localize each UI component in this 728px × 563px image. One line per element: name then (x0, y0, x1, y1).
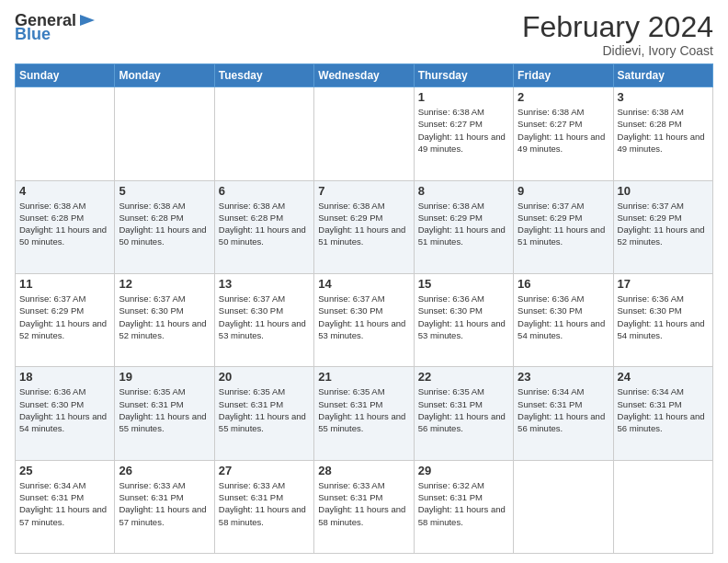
day-number: 19 (119, 370, 210, 384)
day-info: Sunrise: 6:33 AM Sunset: 6:31 PM Dayligh… (318, 479, 409, 528)
day-number: 23 (518, 370, 609, 384)
day-number: 9 (518, 184, 609, 198)
weekday-header-thursday: Thursday (414, 64, 513, 87)
calendar-cell: 13Sunrise: 6:37 AM Sunset: 6:30 PM Dayli… (214, 273, 313, 366)
day-number: 4 (19, 184, 110, 198)
weekday-header-friday: Friday (514, 64, 613, 87)
calendar-cell: 27Sunrise: 6:33 AM Sunset: 6:31 PM Dayli… (214, 460, 313, 553)
calendar-subtitle: Didievi, Ivory Coast (522, 43, 713, 58)
day-info: Sunrise: 6:37 AM Sunset: 6:29 PM Dayligh… (518, 200, 609, 248)
calendar-cell: 5Sunrise: 6:38 AM Sunset: 6:28 PM Daylig… (115, 180, 214, 273)
day-number: 11 (19, 277, 110, 291)
day-info: Sunrise: 6:37 AM Sunset: 6:30 PM Dayligh… (119, 293, 210, 341)
day-number: 1 (418, 90, 509, 104)
day-info: Sunrise: 6:36 AM Sunset: 6:30 PM Dayligh… (418, 293, 509, 341)
day-number: 18 (19, 370, 110, 384)
logo-blue: Blue (15, 26, 51, 42)
day-info: Sunrise: 6:36 AM Sunset: 6:30 PM Dayligh… (518, 293, 609, 341)
day-number: 21 (318, 370, 409, 384)
calendar-cell: 11Sunrise: 6:37 AM Sunset: 6:29 PM Dayli… (16, 273, 115, 366)
calendar-cell: 1Sunrise: 6:38 AM Sunset: 6:27 PM Daylig… (414, 87, 513, 180)
day-info: Sunrise: 6:35 AM Sunset: 6:31 PM Dayligh… (318, 385, 409, 434)
logo-icon (78, 11, 97, 29)
day-number: 5 (119, 184, 210, 198)
day-info: Sunrise: 6:34 AM Sunset: 6:31 PM Dayligh… (19, 479, 110, 528)
calendar-cell (314, 87, 414, 180)
calendar-cell: 21Sunrise: 6:35 AM Sunset: 6:31 PM Dayli… (314, 367, 414, 460)
calendar-cell (115, 87, 214, 180)
day-info: Sunrise: 6:38 AM Sunset: 6:27 PM Dayligh… (418, 106, 509, 155)
day-info: Sunrise: 6:35 AM Sunset: 6:31 PM Dayligh… (418, 385, 509, 434)
week-row-1: 1Sunrise: 6:38 AM Sunset: 6:27 PM Daylig… (16, 87, 713, 180)
calendar-cell: 24Sunrise: 6:34 AM Sunset: 6:31 PM Dayli… (613, 367, 712, 460)
day-number: 12 (119, 277, 210, 291)
calendar-cell: 6Sunrise: 6:38 AM Sunset: 6:28 PM Daylig… (214, 180, 313, 273)
day-info: Sunrise: 6:33 AM Sunset: 6:31 PM Dayligh… (119, 479, 210, 528)
title-section: February 2024 Didievi, Ivory Coast (522, 11, 713, 58)
day-number: 17 (618, 277, 709, 291)
day-number: 2 (518, 90, 609, 104)
calendar-cell: 15Sunrise: 6:36 AM Sunset: 6:30 PM Dayli… (414, 273, 513, 366)
day-number: 6 (219, 184, 310, 198)
day-number: 13 (219, 277, 310, 291)
day-info: Sunrise: 6:38 AM Sunset: 6:28 PM Dayligh… (219, 200, 310, 248)
day-info: Sunrise: 6:37 AM Sunset: 6:30 PM Dayligh… (318, 293, 409, 341)
day-number: 8 (418, 184, 509, 198)
week-row-2: 4Sunrise: 6:38 AM Sunset: 6:28 PM Daylig… (16, 180, 713, 273)
calendar-cell: 9Sunrise: 6:37 AM Sunset: 6:29 PM Daylig… (514, 180, 613, 273)
calendar-cell: 3Sunrise: 6:38 AM Sunset: 6:28 PM Daylig… (613, 87, 712, 180)
day-number: 10 (618, 184, 709, 198)
calendar-cell: 17Sunrise: 6:36 AM Sunset: 6:30 PM Dayli… (613, 273, 712, 366)
day-number: 20 (219, 370, 310, 384)
day-info: Sunrise: 6:37 AM Sunset: 6:29 PM Dayligh… (618, 200, 709, 248)
weekday-header-tuesday: Tuesday (214, 64, 313, 87)
calendar-cell: 18Sunrise: 6:36 AM Sunset: 6:30 PM Dayli… (16, 367, 115, 460)
calendar-cell (613, 460, 712, 553)
svg-marker-0 (80, 15, 95, 26)
day-number: 28 (318, 464, 409, 477)
header: General Blue February 2024 Didievi, Ivor… (15, 11, 713, 58)
day-info: Sunrise: 6:38 AM Sunset: 6:28 PM Dayligh… (618, 106, 709, 155)
day-number: 3 (618, 90, 709, 104)
calendar-cell: 4Sunrise: 6:38 AM Sunset: 6:28 PM Daylig… (16, 180, 115, 273)
day-number: 29 (418, 464, 509, 477)
day-info: Sunrise: 6:37 AM Sunset: 6:29 PM Dayligh… (19, 293, 110, 341)
calendar-cell (16, 87, 115, 180)
day-info: Sunrise: 6:37 AM Sunset: 6:30 PM Dayligh… (219, 293, 310, 341)
day-info: Sunrise: 6:38 AM Sunset: 6:28 PM Dayligh… (119, 200, 210, 248)
week-row-4: 18Sunrise: 6:36 AM Sunset: 6:30 PM Dayli… (16, 367, 713, 460)
day-info: Sunrise: 6:35 AM Sunset: 6:31 PM Dayligh… (219, 385, 310, 434)
week-row-3: 11Sunrise: 6:37 AM Sunset: 6:29 PM Dayli… (16, 273, 713, 366)
day-info: Sunrise: 6:38 AM Sunset: 6:28 PM Dayligh… (19, 200, 110, 248)
calendar-table: SundayMondayTuesdayWednesdayThursdayFrid… (15, 63, 713, 554)
calendar-cell: 28Sunrise: 6:33 AM Sunset: 6:31 PM Dayli… (314, 460, 414, 553)
day-number: 14 (318, 277, 409, 291)
calendar-cell: 2Sunrise: 6:38 AM Sunset: 6:27 PM Daylig… (514, 87, 613, 180)
calendar-cell: 20Sunrise: 6:35 AM Sunset: 6:31 PM Dayli… (214, 367, 313, 460)
calendar-cell: 23Sunrise: 6:34 AM Sunset: 6:31 PM Dayli… (514, 367, 613, 460)
calendar-cell (214, 87, 313, 180)
day-info: Sunrise: 6:38 AM Sunset: 6:29 PM Dayligh… (318, 200, 409, 248)
logo: General Blue (15, 11, 97, 42)
calendar-cell (514, 460, 613, 553)
day-number: 16 (518, 277, 609, 291)
calendar-cell: 19Sunrise: 6:35 AM Sunset: 6:31 PM Dayli… (115, 367, 214, 460)
weekday-header-saturday: Saturday (613, 64, 712, 87)
day-number: 26 (119, 464, 210, 477)
weekday-header-row: SundayMondayTuesdayWednesdayThursdayFrid… (16, 64, 713, 87)
weekday-header-monday: Monday (115, 64, 214, 87)
calendar-cell: 12Sunrise: 6:37 AM Sunset: 6:30 PM Dayli… (115, 273, 214, 366)
day-number: 7 (318, 184, 409, 198)
day-number: 22 (418, 370, 509, 384)
day-info: Sunrise: 6:36 AM Sunset: 6:30 PM Dayligh… (19, 385, 110, 434)
day-number: 25 (19, 464, 110, 477)
calendar-cell: 10Sunrise: 6:37 AM Sunset: 6:29 PM Dayli… (613, 180, 712, 273)
weekday-header-wednesday: Wednesday (314, 64, 414, 87)
calendar-title: February 2024 (522, 11, 713, 43)
calendar-cell: 8Sunrise: 6:38 AM Sunset: 6:29 PM Daylig… (414, 180, 513, 273)
day-info: Sunrise: 6:36 AM Sunset: 6:30 PM Dayligh… (618, 293, 709, 341)
weekday-header-sunday: Sunday (16, 64, 115, 87)
day-info: Sunrise: 6:38 AM Sunset: 6:27 PM Dayligh… (518, 106, 609, 155)
day-info: Sunrise: 6:34 AM Sunset: 6:31 PM Dayligh… (518, 385, 609, 434)
calendar-cell: 22Sunrise: 6:35 AM Sunset: 6:31 PM Dayli… (414, 367, 513, 460)
